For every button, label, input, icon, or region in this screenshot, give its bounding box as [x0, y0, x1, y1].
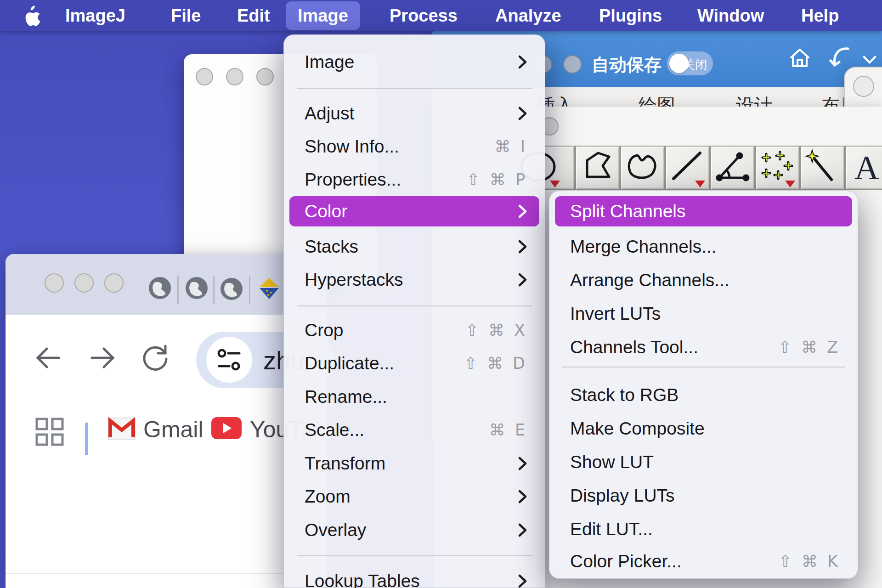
menu-item-image[interactable]: Image: [289, 45, 539, 79]
window-minimize-button[interactable]: [226, 68, 243, 85]
submenu-item-channels-tool[interactable]: Channels Tool...⇧ ⌘ Z: [555, 331, 852, 364]
submenu-arrow-icon: [518, 522, 527, 538]
site-settings-circle[interactable]: [206, 337, 252, 383]
menu-item-overlay[interactable]: Overlay: [289, 514, 539, 547]
menubar-item-edit[interactable]: Edit: [225, 0, 282, 31]
browser-zoom-button[interactable]: [104, 273, 124, 293]
submenu-arrow-icon: [518, 204, 527, 219]
text-tool-button[interactable]: A: [845, 146, 882, 190]
menu-item-lookup-tables[interactable]: Lookup Tables: [289, 565, 539, 588]
extension-globe-icon[interactable]: [220, 277, 243, 303]
tool-options-marker: [695, 181, 705, 187]
submenu-arrow-icon: [518, 489, 527, 504]
reload-icon[interactable]: [141, 343, 170, 373]
submenu-item-arrange-channels[interactable]: Arrange Channels...: [555, 264, 852, 297]
menu-item-crop[interactable]: Crop⇧ ⌘ X: [289, 314, 539, 347]
gmail-bookmark-label[interactable]: Gmail: [143, 416, 204, 443]
screen: 自动保存 关闭 插入 绘图: [0, 0, 882, 588]
apple-menu[interactable]: [10, 0, 52, 31]
text-tool-glyph: A: [854, 148, 879, 187]
menubar: ImageJ File Edit Image Process Analyze P…: [0, 0, 882, 31]
menu-item-show-info[interactable]: Show Info...⌘ I: [289, 130, 539, 163]
submenu-item-merge-channels[interactable]: Merge Channels...: [555, 230, 852, 263]
menu-item-transform[interactable]: Transform: [289, 447, 539, 480]
gmail-icon[interactable]: [107, 417, 136, 442]
menu-item-duplicate[interactable]: Duplicate...⇧ ⌘ D: [289, 347, 539, 380]
menu-separator: [297, 305, 532, 306]
undo-icon[interactable]: [828, 45, 853, 72]
submenu-item-show-lut[interactable]: Show LUT: [555, 446, 852, 479]
submenu-arrow-icon: [518, 573, 527, 588]
submenu-item-edit-lut[interactable]: Edit LUT...: [555, 513, 852, 546]
youtube-icon[interactable]: [211, 417, 242, 441]
submenu-arrow-icon: [518, 54, 527, 70]
extension-separator: [249, 276, 250, 304]
back-icon[interactable]: [34, 345, 62, 373]
menubar-item-process[interactable]: Process: [378, 0, 469, 31]
browser-minimize-button[interactable]: [74, 273, 94, 293]
menu-item-color[interactable]: Color: [289, 196, 539, 226]
extension-separator: [213, 276, 215, 304]
window-zoom-button[interactable]: [256, 68, 274, 85]
toggle-state-label: 关闭: [683, 57, 707, 73]
browser-close-button[interactable]: [45, 273, 64, 293]
angle-tool-button[interactable]: [710, 146, 755, 190]
browser-titlebar: [6, 254, 327, 315]
menu-item-stacks[interactable]: Stacks: [289, 230, 539, 263]
tool-options-marker: [550, 181, 560, 187]
word-traffic-light[interactable]: [563, 55, 582, 74]
tool-options-marker: [785, 181, 795, 187]
window-close-button[interactable]: [196, 68, 213, 85]
submenu-item-display-luts[interactable]: Display LUTs: [555, 479, 852, 512]
home-icon[interactable]: [788, 46, 812, 72]
menubar-item-file[interactable]: File: [159, 0, 213, 31]
submenu-arrow-icon: [518, 239, 527, 254]
submenu-item-make-composite[interactable]: Make Composite: [555, 412, 852, 445]
menubar-item-help[interactable]: Help: [789, 0, 851, 31]
color-submenu: Split Channels Merge Channels... Arrange…: [549, 191, 858, 579]
extension-diamond-icon[interactable]: [256, 275, 283, 304]
menubar-item-window[interactable]: Window: [685, 0, 776, 31]
menu-item-properties[interactable]: Properties...⇧ ⌘ P: [289, 163, 539, 196]
point-tool-button[interactable]: [755, 146, 800, 190]
extension-globe-icon[interactable]: [185, 276, 209, 302]
menu-separator: [297, 555, 532, 556]
chevron-down-icon[interactable]: [863, 55, 876, 67]
menubar-item-analyze[interactable]: Analyze: [483, 0, 573, 31]
submenu-arrow-icon: [518, 272, 527, 288]
apple-icon: [22, 5, 40, 27]
line-tool-button[interactable]: [665, 146, 710, 190]
extension-separator: [177, 276, 179, 304]
menu-item-hyperstacks[interactable]: Hyperstacks: [289, 263, 539, 296]
browser-window[interactable]: zhu Gmail: [6, 254, 327, 588]
menu-item-scale[interactable]: Scale...⌘ E: [289, 413, 539, 447]
browser-nav-row: zhu: [6, 315, 327, 400]
menu-item-rename[interactable]: Rename...: [289, 380, 539, 413]
submenu-arrow-icon: [518, 456, 527, 471]
submenu-item-split-channels[interactable]: Split Channels: [555, 196, 852, 226]
menubar-item-image[interactable]: Image: [286, 1, 360, 30]
extension-globe-icon[interactable]: [148, 276, 172, 302]
menu-item-adjust[interactable]: Adjust: [289, 97, 539, 130]
menu-separator: [562, 367, 845, 368]
freehand-tool-button[interactable]: [620, 146, 665, 190]
submenu-item-color-picker[interactable]: Color Picker...⇧ ⌘ K: [555, 545, 852, 578]
image-menu: Image Adjust Show Info...⌘ I Properties.…: [283, 34, 545, 588]
wand-tool-button[interactable]: [800, 146, 845, 190]
apps-grid-icon[interactable]: [34, 416, 65, 449]
submenu-item-invert-luts[interactable]: Invert LUTs: [555, 297, 852, 330]
autosave-label: 自动保存: [592, 53, 662, 77]
submenu-item-stack-to-rgb[interactable]: Stack to RGB: [555, 379, 852, 412]
submenu-arrow-icon: [518, 106, 527, 121]
bookmarks-bar: Gmail YouT: [6, 400, 327, 464]
autosave-toggle[interactable]: 关闭: [667, 51, 713, 75]
polygon-tool-button[interactable]: [575, 146, 620, 190]
page-divider: [6, 573, 327, 574]
mini-window-traffic-light[interactable]: [853, 76, 874, 97]
menubar-item-plugins[interactable]: Plugins: [587, 0, 674, 31]
menu-separator: [297, 88, 532, 89]
forward-icon[interactable]: [88, 345, 117, 373]
menubar-item-imagej[interactable]: ImageJ: [53, 0, 137, 31]
bookmark-favicon-bar: [85, 423, 88, 455]
menu-item-zoom[interactable]: Zoom: [289, 480, 539, 513]
